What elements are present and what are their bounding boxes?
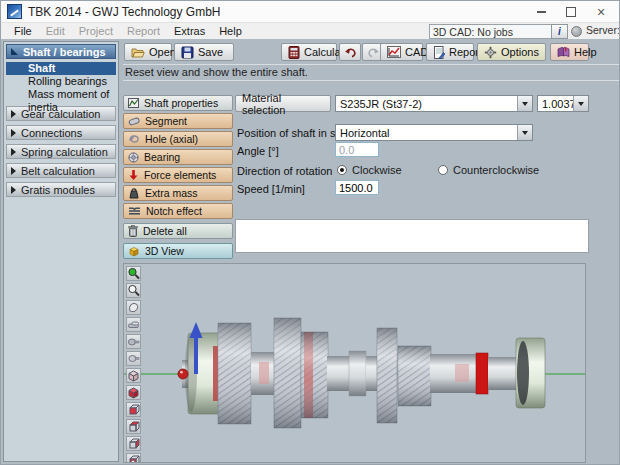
chevron-down-icon[interactable] <box>573 96 588 111</box>
close-icon[interactable]: × <box>595 6 607 18</box>
cad-status-field: 3D CAD: No jobs <box>429 24 556 39</box>
clip-plane-2-icon <box>127 335 140 348</box>
extra-mass-button[interactable]: Extra mass <box>123 185 233 201</box>
hint-text: Reset view and show the entire shaft. <box>123 64 619 81</box>
chevron-down-icon[interactable] <box>517 125 532 140</box>
rotate-view-icon <box>127 301 140 314</box>
minimize-icon[interactable] <box>535 6 547 18</box>
info-button[interactable]: i <box>551 24 568 39</box>
position-combo[interactable]: Horizontal <box>335 124 533 141</box>
expanded-triangle-icon <box>11 48 18 55</box>
view-right-cube-icon <box>127 454 140 463</box>
report-document-icon <box>433 46 445 59</box>
sidebar-section-connections[interactable]: Connections <box>6 125 116 140</box>
shaft-properties-icon <box>128 98 139 108</box>
material-selection-button[interactable]: Material selection <box>235 95 331 112</box>
rotation-label: Direction of rotation <box>237 165 332 177</box>
view-front-cube-icon <box>127 403 140 416</box>
chevron-down-icon[interactable] <box>517 96 532 111</box>
app-window: TBK 2014 - GWJ Technology GmbH × File Ed… <box>0 0 620 465</box>
bearing-button[interactable]: Bearing <box>123 149 233 165</box>
extra-mass-weight-icon <box>128 188 140 199</box>
menu-edit: Edit <box>39 25 72 37</box>
cube-solid-button[interactable] <box>126 385 141 400</box>
menu-file[interactable]: File <box>7 25 39 37</box>
help-button[interactable]: Help <box>550 43 589 61</box>
clip-plane-3-button[interactable] <box>126 351 141 366</box>
zoom-fit-icon <box>127 267 140 280</box>
sidebar-item-rolling-bearings[interactable]: Rolling bearings <box>6 75 116 88</box>
sidebar-section-shaft-bearings[interactable]: Shaft / bearings <box>6 44 116 59</box>
angle-label: Angle [°] <box>237 145 279 157</box>
open-folder-icon <box>131 46 145 58</box>
cube-3d-icon <box>128 245 140 257</box>
maximize-icon[interactable] <box>565 6 577 18</box>
undo-icon <box>344 47 357 58</box>
clip-plane-3-icon <box>127 352 140 365</box>
sidebar-section-belt-calculation[interactable]: Belt calculation <box>6 163 116 178</box>
collapsed-triangle-icon <box>11 110 16 118</box>
undo-button[interactable] <box>339 43 361 61</box>
open-button[interactable]: Open <box>124 43 172 61</box>
server-label: Server: <box>586 24 620 36</box>
cube-solid-icon <box>127 386 140 399</box>
segment-icon <box>128 116 140 126</box>
calculate-button[interactable]: Calculate <box>281 43 337 61</box>
speed-field[interactable] <box>335 180 379 195</box>
view-front-button[interactable] <box>126 402 141 417</box>
save-disk-icon <box>181 46 194 59</box>
menu-extras[interactable]: Extras <box>167 25 212 37</box>
counterclockwise-radio[interactable]: Counterclockwise <box>438 164 539 176</box>
angle-field <box>335 142 379 157</box>
sidebar-section-gear-calculation[interactable]: Gear calculation <box>6 106 116 121</box>
app-icon <box>7 4 22 19</box>
options-button[interactable]: Options <box>477 43 546 61</box>
calculator-icon <box>288 46 300 59</box>
segment-button[interactable]: Segment <box>123 113 233 129</box>
material-combo[interactable]: S235JR (St37-2) <box>335 95 533 112</box>
sidebar-section-spring-calculation[interactable]: Spring calculation <box>6 144 116 159</box>
window-title: TBK 2014 - GWJ Technology GmbH <box>28 5 221 19</box>
iso-view-cube-icon <box>127 369 140 382</box>
radio-checked-icon <box>337 165 347 175</box>
collapsed-triangle-icon <box>11 186 16 194</box>
menu-help[interactable]: Help <box>212 25 249 37</box>
radio-unchecked-icon <box>438 165 448 175</box>
zoom-icon <box>127 284 140 297</box>
iso-view-button[interactable] <box>126 368 141 383</box>
view-back-button[interactable] <box>126 419 141 434</box>
3d-viewport[interactable] <box>123 263 586 463</box>
collapsed-triangle-icon <box>11 148 16 156</box>
message-list <box>235 219 589 253</box>
view-right-button[interactable] <box>126 453 141 463</box>
zoom-button[interactable] <box>126 283 141 298</box>
hole-axial-icon <box>128 134 140 144</box>
material-number-combo[interactable]: 1.0037 <box>537 95 589 112</box>
zoom-fit-button[interactable] <box>126 266 141 281</box>
report-button[interactable]: Report <box>426 43 474 61</box>
delete-all-button[interactable]: Delete all <box>123 223 233 239</box>
options-tool-icon <box>484 46 497 59</box>
notch-effect-button[interactable]: Notch effect <box>123 203 233 219</box>
clip-plane-2-button[interactable] <box>126 334 141 349</box>
sidebar-section-gratis-modules[interactable]: Gratis modules <box>6 182 116 197</box>
force-elements-button[interactable]: Force elements <box>123 167 233 183</box>
sidebar: Shaft / bearings Shaft Rolling bearings … <box>3 41 119 462</box>
view-left-button[interactable] <box>126 436 141 451</box>
view-back-cube-icon <box>127 420 140 433</box>
3d-view-button[interactable]: 3D View <box>123 243 233 259</box>
cad-led-icon <box>571 26 582 37</box>
cad-button[interactable]: CAD <box>380 43 423 61</box>
rotate-view-button[interactable] <box>126 300 141 315</box>
trash-icon <box>128 225 138 237</box>
sidebar-item-shaft[interactable]: Shaft <box>6 62 116 75</box>
view-left-cube-icon <box>127 437 140 450</box>
shaft-3d-render <box>124 264 585 462</box>
save-button[interactable]: Save <box>174 43 234 61</box>
force-arrow-icon <box>128 169 139 181</box>
clockwise-radio[interactable]: Clockwise <box>337 164 402 176</box>
clip-plane-1-button[interactable] <box>126 317 141 332</box>
hole-axial-button[interactable]: Hole (axial) <box>123 131 233 147</box>
shaft-properties-button[interactable]: Shaft properties <box>123 95 233 111</box>
sidebar-item-mass-moment[interactable]: Mass moment of inertia <box>6 88 116 101</box>
